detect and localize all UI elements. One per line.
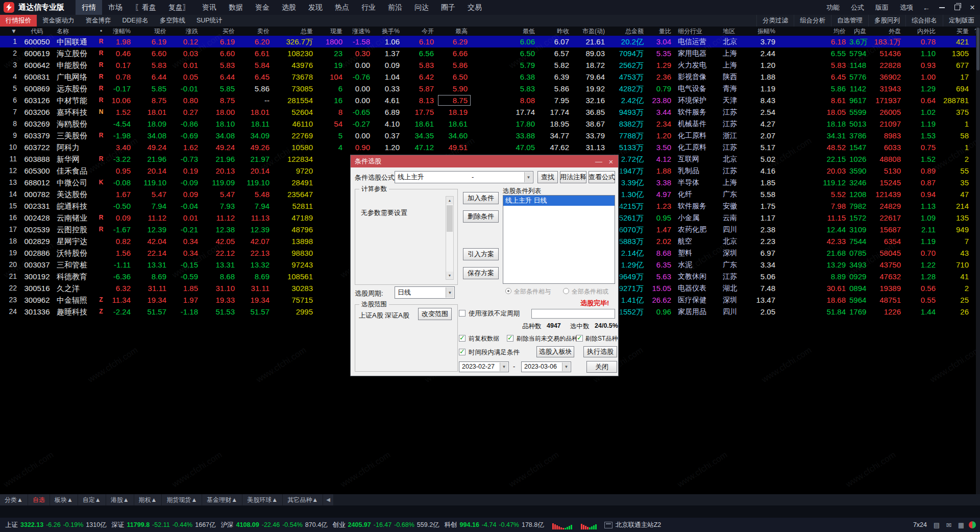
close-dialog-button[interactable]: 关闭 [586, 361, 617, 373]
column-header-seq[interactable]: ▼ [0, 27, 20, 36]
menu-item-8[interactable]: 发现 [302, 0, 329, 15]
column-header-amp[interactable]: 振幅% [749, 27, 779, 36]
table-row[interactable]: 6603126中材节能R10.068.750.808.75--281554160… [0, 94, 980, 106]
index-quote-上证[interactable]: 上证3322.13-6.26-0.19%1310亿 [5, 521, 107, 529]
toolbar-item-5[interactable]: SUP统计 [191, 15, 228, 27]
view-formula-button[interactable]: 查看公式 [589, 171, 615, 183]
scrollbar-thumb[interactable] [976, 28, 979, 70]
table-row[interactable]: 1600050中国联通R1.986.190.126.196.20326.7万18… [0, 36, 980, 47]
table-row[interactable]: 8603269海鸥股份-4.5418.09-0.8618.1018.114611… [0, 118, 980, 130]
grid-icon[interactable]: ▤ [932, 521, 941, 529]
message-icon[interactable]: ✉ [944, 521, 953, 529]
server-name[interactable]: 北京联通主站Z2 [616, 521, 662, 529]
date-to-combobox[interactable]: 2023-03-06 ▼ [521, 361, 571, 372]
dialog-minimize-icon[interactable]: — [593, 155, 605, 167]
toolbar-right-item-2[interactable]: 自选管理 [831, 15, 868, 27]
column-header-turnover[interactable]: 换手% [374, 27, 403, 36]
menu-item-5[interactable]: 数据 [223, 0, 249, 15]
scroll-up-icon[interactable]: ▲ [446, 197, 453, 204]
checkbox-forward-adjusted[interactable] [459, 335, 465, 342]
bottom-tab-2[interactable]: 板块▲ [50, 494, 78, 505]
params-scrollbar[interactable]: ▲ ▼ [446, 196, 454, 280]
column-header-qrr[interactable]: 量比 [647, 27, 675, 36]
chevron-down-icon[interactable]: ▼ [562, 362, 570, 371]
column-header-tag[interactable]: • [94, 27, 108, 36]
column-header-price[interactable]: 现价 [134, 27, 170, 36]
market-breadth-chart-1[interactable] [552, 520, 573, 529]
toolbar-item-1[interactable]: 资金驱动力 [37, 15, 80, 27]
close-icon[interactable]: × [965, 0, 980, 15]
menu-item-6[interactable]: 资金 [249, 0, 276, 15]
index-quote-深证[interactable]: 深证11799.8-52.11-0.44%1667亿 [112, 521, 216, 529]
formula-combobox[interactable]: 线上主升 - ▼ [395, 171, 533, 183]
menu-item-9[interactable]: 热点 [329, 0, 355, 15]
column-header-cur[interactable]: 现量 [316, 27, 346, 36]
radio-all-and-label[interactable]: 全部条件相与 [514, 287, 551, 296]
condition-listbox[interactable]: 线上主升 日线 [503, 195, 615, 284]
table-row[interactable]: 9603379三美股份R-1.9834.08-0.6934.0834.09227… [0, 130, 980, 141]
radio-all-or[interactable] [563, 288, 569, 294]
column-header-chg[interactable]: 涨跌 [170, 27, 202, 36]
bottom-tab-9[interactable]: 其它品种▲ [283, 494, 323, 505]
menu-item-13[interactable]: 圈子 [435, 0, 461, 15]
table-header[interactable]: ▼代码名称•涨幅%现价涨跌买价卖价总量现量涨速%换手%今开最高最低昨收市盈(动)… [0, 27, 980, 36]
column-header-amount[interactable]: 总金额 [608, 27, 647, 36]
bottom-tab-6[interactable]: 期货现货▲ [162, 494, 202, 505]
bottom-tab-0[interactable]: 分类▲ [0, 494, 28, 505]
column-header-vol[interactable]: 总量 [273, 27, 316, 36]
checkbox-remove-st[interactable] [576, 335, 583, 342]
menu-item-2[interactable]: 〖看盘 [129, 0, 162, 15]
column-header-outer[interactable]: 外盘 [870, 27, 904, 36]
chevron-down-icon[interactable]: ▼ [500, 362, 508, 371]
menu-item-1[interactable]: 市场 [102, 0, 129, 15]
save-plan-button[interactable]: 保存方案 [463, 267, 499, 279]
menu-item-3[interactable]: 复盘〗 [162, 0, 196, 15]
bottom-tab-3[interactable]: 自定▲ [78, 494, 106, 505]
column-header-name[interactable]: 名称 [54, 27, 94, 36]
back-icon[interactable]: ← [919, 0, 934, 15]
menu-item-4[interactable]: 资讯 [196, 0, 223, 15]
index-quote-创业[interactable]: 创业2405.97-16.47-0.68%559.2亿 [333, 521, 439, 529]
params-scroll-thumb[interactable] [447, 205, 453, 232]
toolbar-right-item-3[interactable]: 多股同列 [868, 15, 905, 27]
menu-item-0[interactable]: 行情 [76, 0, 102, 15]
change-range-button[interactable]: 改变范围 [418, 308, 452, 320]
bottom-tab-1[interactable]: 自选 [28, 494, 50, 505]
table-row[interactable]: 3600642申能股份R0.175.830.015.835.8443976190… [0, 59, 980, 71]
column-header-high[interactable]: 最高 [437, 27, 471, 36]
menu-right-item-1[interactable]: 公式 [845, 0, 870, 15]
column-header-pe[interactable]: 市盈(动) [573, 27, 608, 36]
column-header-ratio[interactable]: 内外比 [904, 27, 939, 36]
bottom-tab-4[interactable]: 港股▲ [106, 494, 134, 505]
checkbox-forward-adjusted-label[interactable]: 前复权数据 [469, 334, 499, 343]
table-row[interactable]: 2600619海立股份R0.466.600.036.606.6110823023… [0, 47, 980, 59]
checkbox-remove-untraded-label[interactable]: 剔除当前未交易的品种 [517, 334, 578, 343]
menu-item-7[interactable]: 选股 [276, 0, 302, 15]
table-row[interactable]: 7603206嘉环科技N1.5218.010.2718.0018.0152604… [0, 106, 980, 118]
date-from-combobox[interactable]: 2023-02-27 ▼ [459, 361, 509, 372]
column-header-ask[interactable]: 卖价 [238, 27, 273, 36]
toolbar-item-3[interactable]: DDE排名 [117, 15, 154, 27]
dialog-titlebar[interactable]: 条件选股 [351, 155, 618, 167]
column-header-avg[interactable]: 均价 [779, 27, 849, 36]
column-header-pct[interactable]: 涨幅% [108, 27, 134, 36]
column-header-bid[interactable]: 买价 [202, 27, 238, 36]
menu-item-10[interactable]: 行业 [355, 0, 382, 15]
toolbar-right-item-1[interactable]: 组合分析 [794, 15, 831, 27]
index-quote-沪深[interactable]: 沪深4108.09-22.46-0.54%870.4亿 [221, 521, 328, 529]
menu-right-item-2[interactable]: 版面 [870, 0, 894, 15]
menu-item-12[interactable]: 问达 [408, 0, 435, 15]
index-quote-科创[interactable]: 科创994.16-4.74-0.47%178.8亿 [445, 521, 544, 529]
toolbar-item-0[interactable]: 行情报价 [0, 15, 37, 27]
column-header-open[interactable]: 今开 [403, 27, 437, 36]
import-plan-button[interactable]: 引入方案 [463, 248, 499, 260]
menu-item-14[interactable]: 交易 [461, 0, 488, 15]
toolbar-item-2[interactable]: 资金博弈 [80, 15, 117, 27]
restore-icon[interactable] [949, 0, 965, 15]
chevron-down-icon[interactable]: ▼ [524, 172, 532, 182]
column-header-buyvol[interactable]: 买量 [939, 27, 972, 36]
menu-item-11[interactable]: 前沿 [382, 0, 408, 15]
toolbar-right-item-5[interactable]: 定制版面 [943, 15, 980, 27]
column-header-industry[interactable]: 细分行业 [675, 27, 720, 36]
scroll-down-icon[interactable]: ▼ [446, 272, 453, 279]
